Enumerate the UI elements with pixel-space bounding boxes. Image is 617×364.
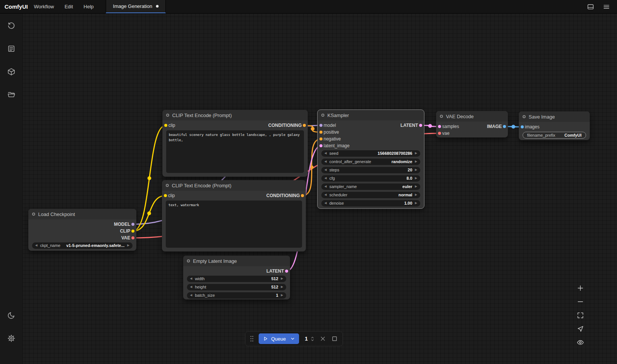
zoom-in-icon[interactable] bbox=[576, 284, 585, 292]
node-header[interactable]: CLIP Text Encode (Prompt) bbox=[162, 110, 308, 120]
input-slot-images[interactable] bbox=[521, 125, 524, 128]
batch-count-stepper[interactable]: 1 bbox=[304, 336, 315, 342]
output-slot-CONDITIONING[interactable] bbox=[301, 194, 304, 197]
node-load-checkpoint[interactable]: Load CheckpointMODELCLIPVAE◀ckpt_namev1-… bbox=[28, 209, 136, 251]
increment-arrow-icon[interactable]: ▶ bbox=[281, 294, 283, 297]
decrement-arrow-icon[interactable]: ◀ bbox=[324, 177, 327, 180]
hamburger-menu-icon[interactable] bbox=[603, 3, 610, 11]
workflow-history-icon[interactable] bbox=[4, 18, 19, 33]
collapse-toggle-icon[interactable] bbox=[440, 115, 443, 118]
node-header[interactable]: Empty Latent Image bbox=[183, 256, 290, 266]
node-header[interactable]: Save Image bbox=[519, 111, 590, 122]
app-logo[interactable]: ComfyUI bbox=[0, 0, 34, 13]
node-empty-latent-image[interactable]: Empty Latent ImageLATENT◀width512▶◀heigh… bbox=[183, 256, 290, 299]
decrement-arrow-icon[interactable]: ◀ bbox=[324, 185, 327, 188]
widget-control_after_generate[interactable]: ◀control_after_generaterandomize▶ bbox=[321, 159, 420, 165]
node-save-image[interactable]: Save Imageimagesfilename_prefixComfyUI bbox=[519, 111, 590, 140]
output-slot-IMAGE[interactable] bbox=[503, 125, 506, 128]
theme-toggle-icon[interactable] bbox=[4, 308, 19, 323]
increment-arrow-icon[interactable]: ▶ bbox=[415, 152, 417, 155]
increment-arrow-icon[interactable]: ▶ bbox=[415, 185, 417, 188]
prompt-textarea[interactable]: text, watermark bbox=[166, 201, 302, 248]
widget-height[interactable]: ◀height512▶ bbox=[187, 284, 286, 290]
node-header[interactable]: CLIP Text Encode (Prompt) bbox=[162, 180, 306, 191]
increment-arrow-icon[interactable]: ▶ bbox=[281, 277, 283, 280]
node-header[interactable]: KSampler bbox=[318, 110, 424, 120]
tab-image-generation[interactable]: Image Generation bbox=[106, 0, 166, 13]
queue-button[interactable]: Queue bbox=[259, 333, 299, 344]
node-clip-text-encode-positive[interactable]: CLIP Text Encode (Prompt)clipCONDITIONIN… bbox=[162, 110, 308, 177]
select-mode-icon[interactable] bbox=[576, 325, 585, 333]
input-slot-vae[interactable] bbox=[438, 132, 441, 135]
node-header[interactable]: Load Checkpoint bbox=[28, 209, 136, 219]
input-slot-clip[interactable] bbox=[164, 194, 167, 197]
widget-width[interactable]: ◀width512▶ bbox=[187, 276, 286, 282]
widget-filename_prefix[interactable]: filename_prefixComfyUI bbox=[523, 132, 586, 139]
interrupt-icon[interactable] bbox=[331, 335, 338, 342]
widget-ckpt_name[interactable]: ◀ckpt_namev1-5-pruned-emaonly.safete...▶ bbox=[32, 242, 133, 249]
widget-denoise[interactable]: ◀denoise1.00▶ bbox=[321, 200, 420, 207]
node-header[interactable]: VAE Decode bbox=[436, 111, 508, 122]
increment-arrow-icon[interactable]: ▶ bbox=[415, 168, 417, 171]
decrement-arrow-icon[interactable]: ◀ bbox=[190, 277, 192, 280]
batch-count-value[interactable]: 1 bbox=[304, 336, 308, 342]
increment-arrow-icon[interactable]: ▶ bbox=[281, 285, 283, 288]
menu-workflow[interactable]: Workflow bbox=[34, 4, 54, 9]
output-slot-LATENT[interactable] bbox=[419, 124, 422, 127]
model-library-icon[interactable] bbox=[4, 64, 19, 79]
node-library-icon[interactable] bbox=[4, 41, 19, 56]
drag-handle-icon[interactable] bbox=[250, 335, 254, 342]
node-clip-text-encode-negative[interactable]: CLIP Text Encode (Prompt)clipCONDITIONIN… bbox=[162, 180, 306, 251]
collapse-toggle-icon[interactable] bbox=[321, 114, 324, 117]
decrement-arrow-icon[interactable]: ◀ bbox=[324, 202, 327, 205]
input-slot-samples[interactable] bbox=[438, 125, 441, 128]
input-slot-positive[interactable] bbox=[319, 131, 322, 134]
menu-help[interactable]: Help bbox=[83, 4, 94, 9]
decrement-arrow-icon[interactable]: ◀ bbox=[35, 244, 37, 247]
input-slot-latent_image[interactable] bbox=[319, 144, 322, 147]
clear-queue-icon[interactable] bbox=[319, 335, 326, 342]
collapse-toggle-icon[interactable] bbox=[166, 114, 169, 117]
workflows-icon[interactable] bbox=[4, 87, 19, 102]
increment-arrow-icon[interactable]: ▶ bbox=[127, 244, 130, 247]
menu-edit[interactable]: Edit bbox=[65, 4, 73, 9]
input-slot-clip[interactable] bbox=[164, 124, 167, 127]
zoom-out-icon[interactable] bbox=[576, 298, 585, 306]
widget-batch_size[interactable]: ◀batch_size1▶ bbox=[187, 292, 286, 299]
output-slot-MODEL[interactable] bbox=[131, 223, 134, 226]
output-slot-CONDITIONING[interactable] bbox=[303, 124, 306, 127]
decrement-arrow-icon[interactable]: ◀ bbox=[324, 193, 327, 196]
increment-arrow-icon[interactable]: ▶ bbox=[415, 193, 417, 196]
increment-arrow-icon[interactable]: ▶ bbox=[415, 202, 417, 205]
settings-icon[interactable] bbox=[4, 331, 19, 346]
output-slot-VAE[interactable] bbox=[131, 236, 134, 239]
widget-scheduler[interactable]: ◀schedulernormal▶ bbox=[321, 192, 420, 198]
toggle-link-visibility-icon[interactable] bbox=[576, 338, 585, 347]
increment-arrow-icon[interactable]: ▶ bbox=[415, 160, 417, 163]
decrement-arrow-icon[interactable]: ◀ bbox=[324, 152, 327, 155]
decrement-arrow-icon[interactable]: ◀ bbox=[324, 168, 327, 171]
input-slot-model[interactable] bbox=[319, 124, 322, 127]
collapse-toggle-icon[interactable] bbox=[166, 184, 169, 187]
panel-toggle-icon[interactable] bbox=[587, 3, 594, 11]
output-slot-CLIP[interactable] bbox=[131, 230, 134, 233]
collapse-toggle-icon[interactable] bbox=[523, 115, 526, 118]
decrement-arrow-icon[interactable]: ◀ bbox=[190, 294, 192, 297]
fit-view-icon[interactable] bbox=[576, 311, 585, 319]
decrement-arrow-icon[interactable]: ◀ bbox=[324, 160, 327, 163]
output-slot-LATENT[interactable] bbox=[285, 270, 288, 273]
collapse-toggle-icon[interactable] bbox=[32, 213, 35, 216]
widget-cfg[interactable]: ◀cfg8.0▶ bbox=[321, 175, 420, 182]
increment-arrow-icon[interactable]: ▶ bbox=[415, 177, 417, 180]
collapse-toggle-icon[interactable] bbox=[187, 259, 190, 262]
node-canvas[interactable]: Load CheckpointMODELCLIPVAE◀ckpt_namev1-… bbox=[0, 0, 617, 364]
prompt-textarea[interactable]: beautiful scenery nature glass bottle la… bbox=[166, 130, 304, 173]
widget-steps[interactable]: ◀steps20▶ bbox=[321, 167, 420, 173]
node-vae-decode[interactable]: VAE DecodesamplesIMAGEvae bbox=[436, 111, 508, 137]
widget-sampler_name[interactable]: ◀sampler_nameeuler▶ bbox=[321, 184, 420, 190]
widget-seed[interactable]: ◀seed156680208700286▶ bbox=[321, 150, 420, 157]
decrement-arrow-icon[interactable]: ◀ bbox=[190, 285, 192, 288]
batch-count-spinner-icon[interactable] bbox=[310, 336, 315, 342]
queue-mode-chevron-icon[interactable] bbox=[290, 336, 295, 341]
node-ksampler[interactable]: KSamplermodelLATENTpositivenegativelaten… bbox=[318, 110, 424, 208]
